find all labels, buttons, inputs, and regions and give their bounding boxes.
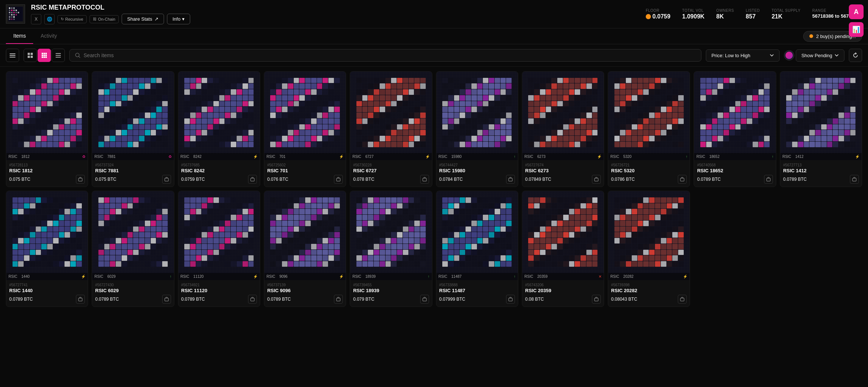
svg-rect-7 bbox=[15, 10, 17, 11]
nft-label-bar: RSIC 8242 ⚡ bbox=[178, 153, 260, 160]
svg-rect-56 bbox=[251, 298, 254, 301]
share-stats-button[interactable]: Share Stats ↗ bbox=[122, 14, 164, 24]
tab-activity[interactable]: Activity bbox=[33, 28, 64, 44]
nft-title: RSIC 6029 bbox=[95, 288, 171, 293]
chart-button[interactable]: 📊 bbox=[849, 22, 864, 37]
add-to-cart-button[interactable] bbox=[420, 295, 429, 304]
nft-price-row: 0.0789 BTC bbox=[267, 295, 343, 304]
add-to-cart-button[interactable] bbox=[678, 295, 687, 304]
add-to-cart-button[interactable] bbox=[162, 295, 171, 304]
add-to-cart-button[interactable] bbox=[506, 175, 515, 184]
nft-price: 0.0789 BTC bbox=[9, 297, 33, 302]
nft-price: 0.08043 BTC bbox=[611, 297, 637, 302]
grid-large-view-button[interactable] bbox=[38, 49, 51, 62]
nft-inscription: #56744427 bbox=[439, 163, 515, 167]
nft-tag: ↑ bbox=[514, 155, 516, 159]
add-to-cart-button[interactable] bbox=[76, 175, 85, 184]
svg-rect-32 bbox=[45, 53, 47, 54]
nft-tag: ⚡ bbox=[339, 155, 344, 159]
nft-card[interactable]: RSIC 7881 ♻ #56737324 RSIC 7881 0.075 BT… bbox=[92, 71, 174, 187]
info-button[interactable]: Info ▾ bbox=[167, 14, 190, 24]
add-to-cart-button[interactable] bbox=[592, 295, 601, 304]
add-to-cart-button[interactable] bbox=[334, 175, 343, 184]
collection-info: RSIC METAPROTOCOL X 🌐 ↻ Recursive ⛓ On-C… bbox=[31, 4, 190, 24]
nft-label-name: RSIC 6029 bbox=[94, 274, 115, 279]
svg-rect-37 bbox=[43, 56, 45, 58]
nft-card[interactable]: RSIC 6727 ⚡ #56730228 RSIC 6727 0.078 BT… bbox=[350, 71, 432, 187]
nft-info: #56740568 RSIC 18652 0.0789 BTC bbox=[694, 160, 775, 187]
twitter-link[interactable]: X bbox=[31, 14, 41, 24]
nft-price-row: 0.075 BTC bbox=[9, 175, 85, 184]
add-to-cart-button[interactable] bbox=[162, 175, 171, 184]
nft-info: #56739398 RSIC 20282 0.08043 BTC bbox=[608, 280, 690, 307]
filter-button[interactable] bbox=[6, 49, 19, 62]
add-to-cart-button[interactable] bbox=[678, 175, 687, 184]
svg-rect-14 bbox=[11, 14, 13, 15]
add-to-cart-button[interactable] bbox=[248, 295, 257, 304]
nft-image bbox=[350, 191, 432, 273]
nft-image bbox=[350, 72, 432, 153]
svg-rect-55 bbox=[165, 298, 168, 301]
add-to-cart-button[interactable] bbox=[334, 295, 343, 304]
nft-inscription: #56737685 bbox=[181, 163, 257, 167]
nft-info: #56727430 RSIC 6029 0.0789 BTC bbox=[92, 280, 174, 307]
add-to-cart-button[interactable] bbox=[592, 175, 601, 184]
tab-items[interactable]: Items bbox=[6, 28, 33, 44]
nft-card[interactable]: RSIC 1440 ⚡ #56727741 RSIC 1440 0.0789 B… bbox=[6, 191, 88, 307]
nft-card[interactable]: RSIC 11120 ⚡ #56734921 RSIC 11120 0.0789… bbox=[178, 191, 260, 307]
nft-label-name: RSIC 9096 bbox=[266, 274, 287, 279]
nft-tag: ⚡ bbox=[253, 274, 258, 279]
nft-label-name: RSIC 6727 bbox=[352, 155, 373, 159]
nft-title: RSIC 18652 bbox=[697, 168, 773, 173]
nft-card[interactable]: RSIC 6273 ⚡ #56727674 RSIC 6273 0.07849 … bbox=[522, 71, 604, 187]
nft-label-bar: RSIC 20359 ✕ bbox=[522, 273, 604, 280]
nft-card[interactable]: RSIC 5320 ↑ #56726721 RSIC 5320 0.0786 B… bbox=[608, 71, 690, 187]
nft-card[interactable]: RSIC 9096 ⚡ #56737139 RSIC 9096 0.0789 B… bbox=[264, 191, 346, 307]
nft-inscription: #56743206 bbox=[525, 283, 601, 287]
nft-card[interactable]: RSIC 1812 ♻ #56728113 RSIC 1812 0.075 BT… bbox=[6, 71, 88, 187]
magic-eden-button[interactable]: A bbox=[849, 4, 864, 19]
nft-image bbox=[694, 72, 775, 153]
nft-price: 0.08 BTC bbox=[525, 297, 544, 302]
nft-title: RSIC 6273 bbox=[525, 168, 601, 173]
nft-card[interactable]: RSIC 1412 ⚡ #56727713 RSIC 1412 0.0789 B… bbox=[780, 71, 862, 187]
nft-inscription: #56727430 bbox=[95, 283, 171, 287]
add-to-cart-button[interactable] bbox=[76, 295, 85, 304]
nft-card[interactable]: RSIC 20282 ⚡ #56739398 RSIC 20282 0.0804… bbox=[608, 191, 690, 307]
add-to-cart-button[interactable] bbox=[506, 295, 515, 304]
add-to-cart-button[interactable] bbox=[248, 175, 257, 184]
add-to-cart-button[interactable] bbox=[420, 175, 429, 184]
add-to-cart-button[interactable] bbox=[764, 175, 773, 184]
nft-card[interactable]: RSIC 8242 ⚡ #56737685 RSIC 8242 0.0759 B… bbox=[178, 71, 260, 187]
svg-rect-6 bbox=[13, 10, 15, 11]
nft-card[interactable]: RSIC 18652 ↑ #56740568 RSIC 18652 0.0789… bbox=[694, 71, 776, 187]
nft-card[interactable]: RSIC 701 ⚡ #56725602 RSIC 701 0.076 BTC bbox=[264, 71, 346, 187]
nft-card[interactable]: RSIC 18939 ↑ #56739455 RSIC 18939 0.079 … bbox=[350, 191, 432, 307]
svg-rect-16 bbox=[15, 14, 17, 15]
nft-price-row: 0.08 BTC bbox=[525, 295, 601, 304]
nft-card[interactable]: RSIC 11487 ↑ #56733888 RSIC 11487 0.0799… bbox=[436, 191, 518, 307]
search-input[interactable] bbox=[84, 52, 696, 58]
nft-title: RSIC 11487 bbox=[439, 288, 515, 293]
search-icon bbox=[75, 52, 81, 58]
grid-small-view-button[interactable] bbox=[24, 49, 37, 62]
list-view-button[interactable] bbox=[52, 49, 65, 62]
nft-price: 0.0789 BTC bbox=[783, 177, 807, 182]
svg-rect-18 bbox=[11, 16, 13, 18]
refresh-button[interactable] bbox=[849, 49, 862, 62]
nft-label-bar: RSIC 11120 ⚡ bbox=[178, 273, 260, 280]
add-to-cart-button[interactable] bbox=[850, 175, 859, 184]
nft-card[interactable]: RSIC 6029 ↑ #56727430 RSIC 6029 0.0789 B… bbox=[92, 191, 174, 307]
svg-rect-46 bbox=[251, 178, 254, 181]
nft-card[interactable]: RSIC 20359 ✕ #56743206 RSIC 20359 0.08 B… bbox=[522, 191, 604, 307]
nft-label-name: RSIC 18652 bbox=[696, 155, 719, 159]
nft-inscription: #56734921 bbox=[181, 283, 257, 287]
nft-label-bar: RSIC 18652 ↑ bbox=[694, 153, 775, 160]
nft-inscription: #56739398 bbox=[611, 283, 687, 287]
show-pending-button[interactable]: Show Pending bbox=[796, 49, 844, 62]
svg-rect-50 bbox=[595, 178, 598, 181]
nft-card[interactable]: RSIC 15980 ↑ #56744427 RSIC 15980 0.0784… bbox=[436, 71, 518, 187]
nft-tag: ♻ bbox=[168, 155, 172, 159]
website-link[interactable]: 🌐 bbox=[44, 14, 55, 24]
sort-dropdown[interactable]: Price: Low to High bbox=[706, 49, 780, 62]
